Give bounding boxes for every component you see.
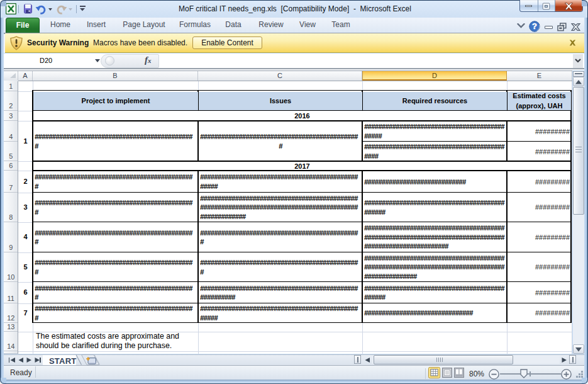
svg-text:?: ? — [532, 21, 537, 31]
